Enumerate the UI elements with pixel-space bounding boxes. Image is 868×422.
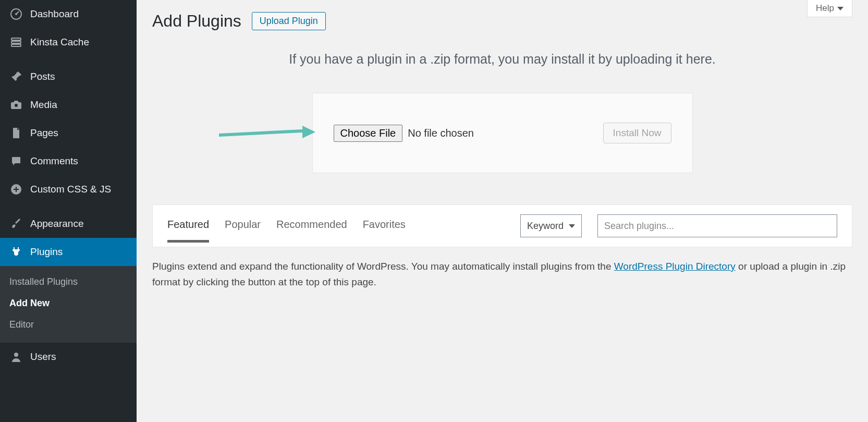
- upload-instructions: If you have a plugin in a .zip format, y…: [152, 52, 852, 67]
- camera-icon: [9, 98, 23, 112]
- svg-marker-9: [302, 126, 315, 138]
- help-tab[interactable]: Help: [807, 0, 852, 17]
- plugins-submenu: Installed Plugins Add New Editor: [0, 266, 137, 343]
- database-icon: [9, 35, 23, 49]
- plugins-description: Plugins extend and expand the functional…: [152, 259, 852, 291]
- chevron-down-icon: [837, 7, 843, 10]
- brush-icon: [9, 217, 23, 231]
- file-input-group: Choose File No file chosen: [334, 125, 474, 142]
- sidebar-item-plugins[interactable]: Plugins: [0, 238, 137, 266]
- dashboard-icon: [9, 7, 23, 21]
- sidebar-item-custom-css-js[interactable]: Custom CSS & JS: [0, 175, 137, 203]
- search-type-select[interactable]: Keyword: [520, 214, 582, 237]
- sidebar-item-label: Comments: [30, 155, 78, 167]
- sidebar-item-label: Pages: [30, 127, 58, 139]
- sidebar-item-label: Users: [30, 351, 56, 363]
- sidebar-item-dashboard[interactable]: Dashboard: [0, 0, 137, 28]
- submenu-add-new[interactable]: Add New: [0, 293, 137, 314]
- plug-icon: [9, 245, 23, 259]
- sidebar-item-label: Media: [30, 99, 57, 111]
- page-icon: [9, 126, 23, 140]
- upload-form: Choose File No file chosen Install Now: [312, 93, 693, 173]
- help-tab-label: Help: [816, 3, 834, 14]
- pin-icon: [9, 70, 23, 83]
- arrow-annotation-icon: [219, 123, 318, 143]
- sidebar-item-pages[interactable]: Pages: [0, 119, 137, 147]
- tab-popular[interactable]: Popular: [225, 219, 261, 243]
- sidebar-item-comments[interactable]: Comments: [0, 147, 137, 175]
- choose-file-button[interactable]: Choose File: [334, 125, 403, 142]
- tab-favorites[interactable]: Favorites: [363, 219, 406, 243]
- file-status-text: No file chosen: [408, 127, 474, 139]
- page-header: Add Plugins Upload Plugin: [152, 0, 852, 31]
- main-content: Help Add Plugins Upload Plugin If you ha…: [137, 0, 868, 422]
- svg-line-8: [219, 131, 302, 135]
- plus-circle-icon: [9, 183, 23, 196]
- upload-plugin-button[interactable]: Upload Plugin: [252, 12, 326, 30]
- sidebar-item-label: Custom CSS & JS: [30, 184, 111, 195]
- comment-icon: [9, 154, 23, 168]
- sidebar-item-label: Appearance: [30, 218, 83, 230]
- menu-separator: [0, 203, 137, 210]
- sidebar-item-label: Posts: [30, 71, 55, 82]
- svg-point-1: [15, 13, 17, 15]
- menu-separator: [0, 56, 137, 63]
- sidebar-item-posts[interactable]: Posts: [0, 63, 137, 91]
- tab-recommended[interactable]: Recommended: [276, 219, 347, 243]
- submenu-editor[interactable]: Editor: [0, 314, 137, 335]
- user-icon: [9, 350, 23, 364]
- sidebar-item-label: Plugins: [30, 246, 63, 258]
- sidebar-item-users[interactable]: Users: [0, 343, 137, 371]
- svg-rect-3: [11, 41, 21, 43]
- svg-rect-4: [11, 44, 21, 46]
- svg-point-5: [15, 104, 18, 107]
- sidebar-item-media[interactable]: Media: [0, 91, 137, 119]
- search-type-label: Keyword: [527, 221, 564, 232]
- plugin-directory-link[interactable]: WordPress Plugin Directory: [614, 261, 736, 272]
- install-now-button[interactable]: Install Now: [603, 123, 671, 143]
- chevron-down-icon: [569, 224, 575, 228]
- sidebar-item-appearance[interactable]: Appearance: [0, 210, 137, 238]
- desc-text-1: Plugins extend and expand the functional…: [152, 261, 614, 272]
- search-plugins-input[interactable]: [597, 214, 837, 237]
- upload-plugin-panel: If you have a plugin in a .zip format, y…: [152, 52, 852, 173]
- tab-featured[interactable]: Featured: [167, 219, 209, 243]
- sidebar-item-label: Dashboard: [30, 8, 79, 20]
- svg-rect-2: [11, 38, 21, 40]
- plugin-filter-bar: Featured Popular Recommended Favorites K…: [152, 204, 852, 247]
- submenu-installed-plugins[interactable]: Installed Plugins: [0, 271, 137, 293]
- page-title: Add Plugins: [152, 11, 241, 31]
- svg-point-7: [14, 353, 18, 357]
- sidebar-item-kinsta-cache[interactable]: Kinsta Cache: [0, 28, 137, 56]
- admin-sidebar: Dashboard Kinsta Cache Posts Media Pages…: [0, 0, 137, 422]
- sidebar-item-label: Kinsta Cache: [30, 37, 89, 48]
